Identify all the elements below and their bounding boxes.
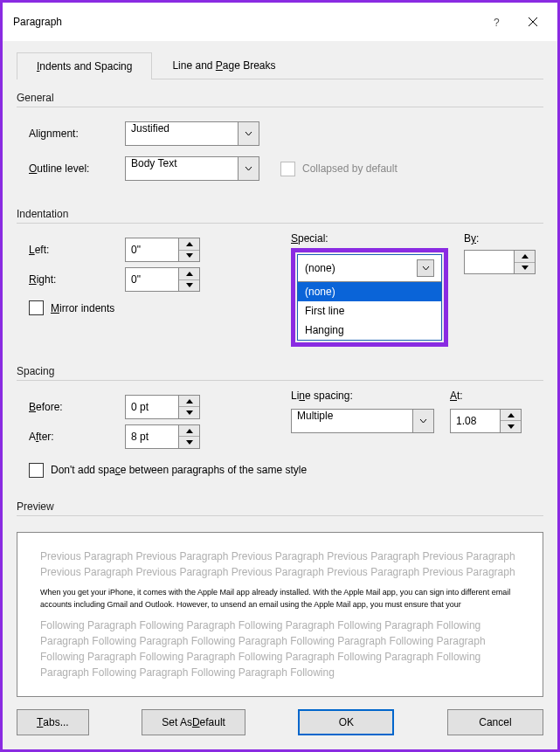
before-label: Before:: [29, 401, 125, 413]
spinner[interactable]: [179, 395, 200, 419]
cancel-button[interactable]: Cancel: [447, 709, 543, 735]
chevron-down-icon: [417, 259, 434, 277]
dont-add-space-checkbox[interactable]: [29, 463, 44, 478]
option-first-line[interactable]: First line: [298, 301, 441, 321]
spin-up-icon: [179, 238, 199, 251]
spin-up-icon: [179, 268, 199, 280]
ok-button[interactable]: OK: [298, 709, 394, 735]
mirror-checkbox[interactable]: [29, 300, 44, 315]
after-input[interactable]: [125, 424, 200, 449]
preview-follow-text: Following Paragraph Following Paragraph …: [40, 617, 520, 680]
by-label: By:: [464, 232, 536, 245]
at-input[interactable]: [450, 409, 522, 433]
option-none[interactable]: (none): [298, 282, 441, 301]
spinner[interactable]: [179, 238, 200, 262]
spinner[interactable]: [179, 267, 200, 292]
section-general: General: [17, 92, 543, 107]
collapsed-label: Collapsed by default: [302, 162, 398, 175]
line-spacing-combo[interactable]: Multiple: [291, 409, 434, 433]
spinner[interactable]: [515, 250, 536, 274]
titlebar: Paragraph ?: [3, 3, 557, 41]
alignment-combo[interactable]: Justified: [125, 121, 259, 146]
tab-line-page-breaks[interactable]: Line and Page Breaks: [152, 52, 295, 79]
right-indent-input[interactable]: [125, 267, 200, 292]
dont-add-space-label: Don't add space between paragraphs of th…: [51, 464, 307, 476]
spin-down-icon: [179, 280, 199, 292]
special-label: Special:: [291, 232, 448, 245]
preview-box: Previous Paragraph Previous Paragraph Pr…: [17, 532, 543, 697]
titlebar-buttons: ?: [479, 10, 550, 34]
chevron-down-icon[interactable]: [239, 156, 259, 181]
at-label: At:: [450, 390, 522, 402]
spin-down-icon: [501, 421, 521, 432]
svg-marker-7: [522, 254, 529, 259]
left-indent-input[interactable]: [125, 238, 200, 262]
help-button[interactable]: ?: [479, 10, 514, 34]
option-hanging[interactable]: Hanging: [298, 321, 441, 340]
section-spacing: Spacing: [17, 365, 543, 381]
svg-marker-11: [186, 429, 193, 433]
tabs-button[interactable]: Tabs...: [17, 709, 89, 735]
after-label: After:: [29, 431, 125, 443]
close-button[interactable]: [515, 10, 550, 34]
by-input[interactable]: [464, 250, 536, 274]
chevron-down-icon[interactable]: [413, 409, 434, 433]
svg-marker-10: [186, 410, 193, 415]
special-dropdown-list: (none) First line Hanging: [298, 281, 441, 340]
spin-up-icon: [179, 425, 199, 438]
mirror-label: Mirror indents: [51, 302, 114, 314]
special-combo[interactable]: (none) (none) First line Hanging: [297, 254, 442, 341]
svg-marker-9: [186, 399, 193, 404]
spin-down-icon: [179, 251, 199, 262]
set-default-button[interactable]: Set As Default: [142, 709, 245, 735]
alignment-label: Alignment:: [29, 128, 125, 140]
svg-marker-8: [522, 266, 529, 270]
tab-indents-spacing[interactable]: Indents and Spacing: [17, 52, 152, 79]
svg-marker-13: [508, 413, 515, 417]
svg-marker-14: [508, 424, 515, 429]
collapsed-checkbox: [280, 162, 295, 176]
spin-down-icon: [179, 407, 199, 418]
line-spacing-label: Line spacing:: [291, 390, 434, 402]
svg-marker-6: [186, 283, 193, 287]
svg-text:?: ?: [494, 17, 500, 29]
dialog-content: Indents and Spacing Line and Page Breaks…: [3, 41, 557, 749]
spinner[interactable]: [179, 424, 200, 449]
before-input[interactable]: [125, 395, 200, 419]
special-dropdown-highlight: (none) (none) First line Hanging: [291, 248, 448, 347]
section-preview: Preview: [17, 500, 543, 516]
outline-label: Outline level:: [29, 162, 125, 175]
button-bar: Tabs... Set As Default OK Cancel: [17, 697, 543, 735]
right-indent-label: Right:: [29, 273, 125, 286]
chevron-down-icon[interactable]: [239, 121, 259, 146]
svg-marker-3: [186, 242, 193, 246]
preview-real-text: When you get your iPhone, it comes with …: [40, 587, 520, 611]
spin-down-icon: [179, 437, 199, 448]
window-title: Paragraph: [13, 16, 62, 28]
svg-marker-4: [186, 253, 193, 258]
spin-up-icon: [515, 251, 535, 263]
spin-up-icon: [501, 410, 521, 422]
spinner[interactable]: [501, 409, 522, 433]
svg-marker-12: [186, 440, 193, 445]
spin-up-icon: [179, 396, 199, 408]
section-indentation: Indentation: [17, 208, 543, 224]
outline-combo[interactable]: Body Text: [125, 156, 259, 181]
tab-strip: Indents and Spacing Line and Page Breaks: [17, 52, 543, 79]
preview-prev-text: Previous Paragraph Previous Paragraph Pr…: [40, 548, 520, 580]
left-indent-label: Left:: [29, 244, 125, 256]
svg-marker-5: [186, 272, 193, 276]
spin-down-icon: [515, 263, 535, 274]
